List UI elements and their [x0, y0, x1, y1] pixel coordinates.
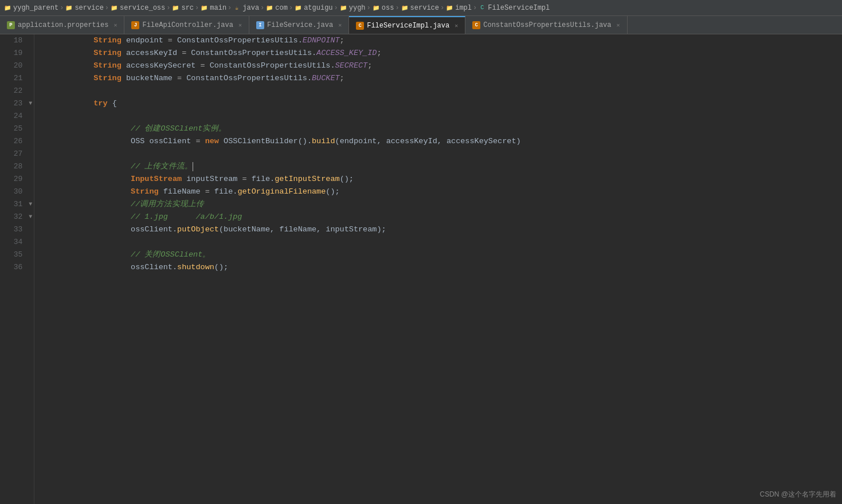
code-area[interactable]: String endpoint = ConstantOssPropertiesU… — [34, 34, 842, 504]
line-number: 21 — [0, 72, 27, 85]
breadcrumb-sep: › — [289, 4, 293, 12]
close-tab-icon[interactable]: ✕ — [455, 22, 458, 29]
breadcrumb-label: main — [210, 4, 226, 12]
java-interface-icon: I — [256, 21, 264, 29]
breadcrumb-label: com — [275, 4, 288, 12]
fold-icon-32[interactable]: ▼ — [27, 211, 34, 223]
breadcrumb-label: service — [75, 4, 103, 12]
line-row-25: 25 — [0, 123, 34, 135]
code-line-25: // 创建OSSClient实例。 — [38, 123, 842, 135]
tab-constantossproperties[interactable]: C ConstantOssPropertiesUtils.java ✕ — [465, 16, 627, 34]
fold-icon-31[interactable]: ▼ — [27, 198, 34, 211]
line-row-35: 35 — [0, 249, 34, 261]
tab-fileapicontroller[interactable]: J FileApiController.java ✕ — [124, 16, 249, 34]
line-row-18: 18 — [0, 34, 34, 47]
tab-fileservice[interactable]: I FileService.java ✕ — [249, 16, 349, 34]
tab-bar: P application.properties ✕ J FileApiCont… — [0, 16, 842, 34]
line-row-30: 30 — [0, 186, 34, 198]
breadcrumb-label: atguigu — [304, 4, 332, 12]
folder-icon: 📁 — [265, 4, 273, 12]
breadcrumb-label: service — [410, 4, 439, 12]
close-tab-icon[interactable]: ✕ — [113, 22, 117, 29]
breadcrumb-item-main[interactable]: 📁 main — [200, 4, 226, 12]
line-number: 28 — [0, 160, 27, 173]
breadcrumb-bar: 📁 yygh_parent › 📁 service › 📁 service_os… — [0, 0, 842, 16]
line-number: 22 — [0, 85, 27, 97]
breadcrumb-item-java[interactable]: ☕ java — [233, 4, 259, 12]
folder-icon: 📁 — [200, 4, 208, 12]
breadcrumb-item-src[interactable]: 📁 src — [171, 4, 194, 12]
code-line-24 — [38, 110, 842, 123]
breadcrumb-label: yygh — [349, 4, 366, 12]
code-line-36: ossClient.shutdown(); — [38, 261, 842, 274]
breadcrumb-sep: › — [260, 4, 264, 12]
breadcrumb-label: src — [181, 4, 194, 12]
code-line-23: try { — [38, 97, 842, 110]
breadcrumb-sep: › — [440, 4, 444, 12]
folder-icon: 📁 — [339, 4, 347, 12]
breadcrumb-item-service[interactable]: 📁 service — [65, 4, 103, 12]
folder-icon: 📁 — [65, 4, 73, 12]
line-number: 25 — [0, 123, 27, 135]
code-line-18: String endpoint = ConstantOssPropertiesU… — [38, 34, 842, 47]
folder-icon: 📁 — [3, 4, 11, 12]
line-row-29: 29 — [0, 173, 34, 186]
line-row-24: 24 — [0, 110, 34, 123]
tab-label: FileService.java — [267, 21, 333, 29]
java-file-icon: J — [131, 21, 139, 29]
editor: 18 19 20 21 22 23 ▼ 24 25 — [0, 34, 842, 504]
fold-icon-23[interactable]: ▼ — [27, 97, 34, 110]
folder-icon: 📁 — [401, 4, 409, 12]
line-number: 30 — [0, 186, 27, 198]
line-number: 23 — [0, 97, 27, 110]
line-number: 27 — [0, 148, 27, 160]
close-tab-icon[interactable]: ✕ — [338, 22, 342, 29]
code-line-28: // 上传文件流。 — [38, 160, 842, 173]
breadcrumb-sep: › — [105, 4, 109, 12]
breadcrumb-item-oss[interactable]: 📁 oss — [372, 4, 394, 12]
close-tab-icon[interactable]: ✕ — [617, 22, 620, 29]
tab-fileserviceimpl[interactable]: C FileServiceImpl.java ✕ — [349, 16, 465, 34]
breadcrumb-label: service_oss — [120, 4, 165, 12]
close-tab-icon[interactable]: ✕ — [238, 22, 242, 29]
line-number: 26 — [0, 135, 27, 148]
line-number: 18 — [0, 34, 27, 47]
code-line-33: ossClient.putObject(bucketName, fileName… — [38, 223, 842, 236]
breadcrumb-label: yygh_parent — [13, 4, 58, 12]
breadcrumb-item-atguigu[interactable]: 📁 atguigu — [294, 4, 332, 12]
code-line-20: String accessKeySecret = ConstantOssProp… — [38, 60, 842, 72]
code-line-26: OSS ossClient = new OSSClientBuilder().b… — [38, 135, 842, 148]
line-number: 19 — [0, 47, 27, 60]
folder-icon: 📁 — [110, 4, 118, 12]
line-row-28: 28 — [0, 160, 34, 173]
line-row-27: 27 — [0, 148, 34, 160]
java-icon: ☕ — [233, 4, 241, 12]
tab-label: application.properties — [18, 21, 108, 29]
breadcrumb-item-fileserviceimpl[interactable]: C FileServiceImpl — [478, 4, 550, 12]
folder-icon: 📁 — [294, 4, 302, 12]
breadcrumb-label: FileServiceImpl — [488, 4, 550, 12]
tab-application-properties[interactable]: P application.properties ✕ — [0, 16, 124, 34]
breadcrumb-item-service-oss[interactable]: 📁 service_oss — [110, 4, 165, 12]
folder-icon: 📁 — [372, 4, 380, 12]
line-row-26: 26 — [0, 135, 34, 148]
line-number: 29 — [0, 173, 27, 186]
line-number: 35 — [0, 249, 27, 261]
breadcrumb-item-service2[interactable]: 📁 service — [401, 4, 439, 12]
line-number: 33 — [0, 223, 27, 236]
watermark: CSDN @这个名字先用着 — [759, 490, 836, 499]
line-row-23: 23 ▼ — [0, 97, 34, 110]
breadcrumb-sep: › — [228, 4, 232, 12]
breadcrumb-sep: › — [166, 4, 170, 12]
line-row-31: 31 ▼ — [0, 198, 34, 211]
breadcrumb-item-yygh[interactable]: 📁 yygh — [339, 4, 366, 12]
breadcrumb-item-yygh-parent[interactable]: 📁 yygh_parent — [3, 4, 58, 12]
breadcrumb-item-com[interactable]: 📁 com — [265, 4, 288, 12]
breadcrumb-item-impl[interactable]: 📁 impl — [445, 4, 472, 12]
code-line-35: // 关闭OSSClient。 — [38, 249, 842, 261]
code-line-22 — [38, 85, 842, 97]
code-line-31: //调用方法实现上传 — [38, 198, 842, 211]
line-number: 24 — [0, 110, 27, 123]
properties-file-icon: P — [7, 21, 15, 29]
breadcrumb-sep: › — [60, 4, 64, 12]
